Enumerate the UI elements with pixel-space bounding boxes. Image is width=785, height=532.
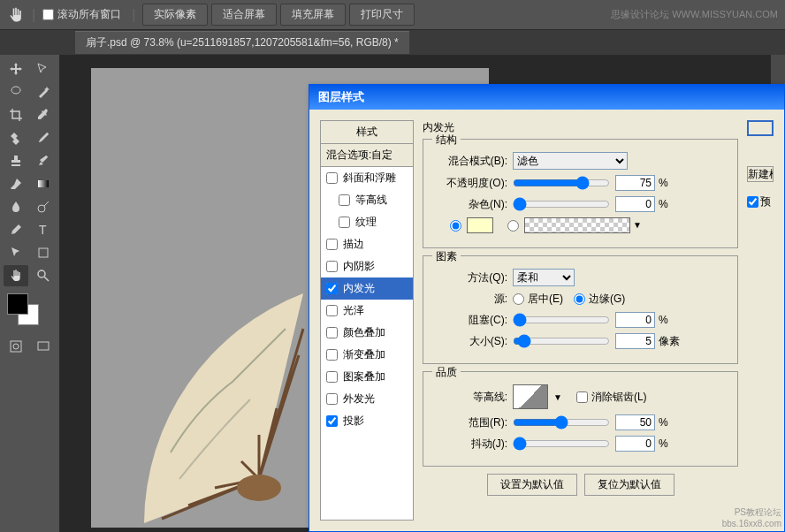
foreground-color[interactable] (7, 293, 28, 315)
preview-checkbox[interactable]: 预 (747, 194, 774, 209)
style-checkbox[interactable] (326, 283, 338, 294)
jitter-input[interactable] (615, 436, 655, 452)
eraser-tool[interactable] (4, 173, 28, 194)
site-watermark: 思缘设计论坛 WWW.MISSYUAN.COM (611, 8, 778, 21)
style-checkbox[interactable] (339, 217, 350, 228)
structure-group: 结构 混合模式(B): 滤色 不透明度(O): % 杂色(N): % (423, 139, 738, 248)
style-checkbox[interactable] (326, 371, 338, 383)
style-item-6[interactable]: 光泽 (321, 300, 413, 322)
svg-point-7 (13, 344, 19, 349)
blend-options-item[interactable]: 混合选项:自定 (321, 144, 413, 167)
print-size-button[interactable]: 打印尺寸 (349, 4, 415, 26)
jitter-slider[interactable] (513, 437, 610, 451)
blend-mode-select[interactable]: 滤色 (513, 152, 628, 170)
style-checkbox[interactable] (326, 393, 338, 405)
technique-label: 方法(Q): (432, 270, 507, 285)
actual-pixels-button[interactable]: 实际像素 (142, 4, 208, 26)
style-item-2[interactable]: 纹理 (321, 211, 413, 233)
style-checkbox[interactable] (326, 305, 338, 316)
layer-style-dialog: 图层样式 样式 混合选项:自定 斜面和浮雕等高线纹理描边内阴影内发光光泽颜色叠加… (309, 84, 785, 532)
blur-tool[interactable] (4, 196, 28, 217)
magic-wand-tool[interactable] (31, 81, 56, 103)
screenmode-tool[interactable] (31, 336, 56, 357)
noise-label: 杂色(N): (432, 197, 507, 212)
technique-select[interactable]: 柔和 (513, 269, 575, 286)
document-tab[interactable]: 扇子.psd @ 73.8% (u=2511691857,1207205581&… (75, 31, 409, 54)
color-swatches[interactable] (7, 293, 39, 325)
dodge-tool[interactable] (31, 196, 56, 217)
style-label: 渐变叠加 (343, 347, 385, 362)
choke-slider[interactable] (513, 313, 610, 327)
stamp-tool[interactable] (4, 150, 28, 171)
dialog-right-buttons: 新建样 预 (747, 120, 774, 521)
choke-label: 阻塞(C): (432, 313, 507, 328)
opacity-input[interactable] (615, 175, 655, 191)
gradient-radio[interactable] (507, 220, 519, 232)
style-item-9[interactable]: 图案叠加 (321, 366, 413, 388)
quickmask-tool[interactable] (4, 336, 28, 357)
glow-color-swatch[interactable] (467, 217, 493, 233)
pen-tool[interactable] (4, 219, 28, 240)
inner-glow-panel: 内发光 结构 混合模式(B): 滤色 不透明度(O): % 杂色(N): (423, 120, 738, 521)
text-tool[interactable]: T (31, 219, 56, 240)
style-checkbox[interactable] (326, 327, 338, 338)
contour-picker[interactable] (513, 384, 548, 409)
crop-tool[interactable] (4, 104, 28, 125)
source-center-radio[interactable] (513, 293, 524, 305)
noise-slider[interactable] (513, 197, 610, 211)
healing-tool[interactable] (4, 127, 28, 148)
reset-default-button[interactable]: 复位为默认值 (584, 474, 674, 496)
style-checkbox[interactable] (326, 349, 338, 361)
fit-screen-button[interactable]: 适合屏幕 (211, 4, 277, 26)
selection-tool[interactable] (31, 58, 56, 80)
lasso-tool[interactable] (4, 81, 28, 103)
zoom-tool[interactable] (31, 265, 56, 286)
history-brush-tool[interactable] (31, 150, 56, 171)
shape-tool[interactable] (31, 242, 56, 263)
noise-input[interactable] (615, 196, 655, 212)
antialias-checkbox[interactable]: 消除锯齿(L) (576, 390, 647, 405)
scroll-all-windows-checkbox[interactable]: 滚动所有窗口 (42, 7, 121, 22)
range-slider[interactable] (513, 415, 610, 429)
svg-point-9 (237, 475, 281, 501)
svg-point-5 (38, 270, 45, 277)
color-radio[interactable] (450, 220, 461, 232)
eyedropper-tool[interactable] (31, 104, 56, 125)
ok-button[interactable] (747, 120, 774, 136)
new-style-button[interactable]: 新建样 (747, 166, 774, 182)
style-checkbox[interactable] (326, 239, 338, 250)
path-select-tool[interactable] (4, 242, 28, 263)
style-checkbox[interactable] (326, 415, 338, 427)
hand-tool-icon (7, 6, 25, 24)
style-item-10[interactable]: 外发光 (321, 388, 413, 410)
fill-screen-button[interactable]: 填充屏幕 (280, 4, 346, 26)
style-item-11[interactable]: 投影 (321, 410, 413, 432)
style-checkbox[interactable] (326, 261, 338, 272)
style-label: 外发光 (343, 391, 375, 407)
size-slider[interactable] (513, 334, 610, 348)
style-item-0[interactable]: 斜面和浮雕 (321, 167, 413, 189)
size-input[interactable] (615, 333, 655, 349)
style-item-5[interactable]: 内发光 (321, 277, 413, 300)
styles-list: 样式 混合选项:自定 斜面和浮雕等高线纹理描边内阴影内发光光泽颜色叠加渐变叠加图… (320, 120, 414, 521)
gradient-tool[interactable] (31, 173, 56, 194)
brush-tool[interactable] (31, 127, 56, 148)
style-item-7[interactable]: 颜色叠加 (321, 322, 413, 344)
style-label: 投影 (343, 414, 364, 429)
opacity-slider[interactable] (513, 176, 610, 190)
range-input[interactable] (615, 414, 655, 430)
set-default-button[interactable]: 设置为默认值 (487, 474, 577, 496)
style-item-4[interactable]: 内阴影 (321, 255, 413, 277)
style-checkbox[interactable] (339, 194, 350, 206)
hand-tool[interactable] (4, 265, 28, 286)
style-label: 颜色叠加 (343, 325, 385, 340)
size-label: 大小(S): (432, 334, 507, 349)
glow-gradient-swatch[interactable] (524, 217, 630, 233)
move-tool[interactable] (4, 58, 28, 80)
style-item-8[interactable]: 渐变叠加 (321, 344, 413, 366)
source-edge-radio[interactable] (574, 293, 585, 305)
style-item-3[interactable]: 描边 (321, 233, 413, 255)
choke-input[interactable] (615, 312, 655, 328)
style-checkbox[interactable] (326, 172, 338, 184)
style-item-1[interactable]: 等高线 (321, 189, 413, 211)
